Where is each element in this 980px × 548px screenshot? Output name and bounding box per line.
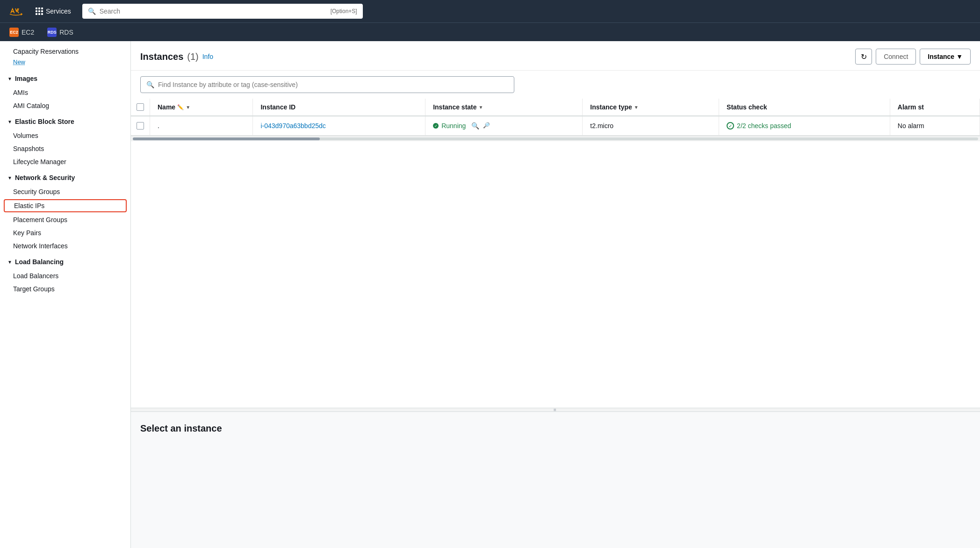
sidebar-section-header-images[interactable]: ▼ Images xyxy=(0,69,130,86)
col-checkbox xyxy=(131,99,150,116)
col-instance-type-header[interactable]: Instance type ▼ xyxy=(583,99,719,116)
select-all-checkbox[interactable] xyxy=(137,103,144,111)
instances-table-wrapper: Name ✏️ ▼ Instance ID Instance state ▼ xyxy=(131,99,980,408)
sidebar-item-snapshots[interactable]: Snapshots xyxy=(0,142,130,155)
sidebar-section-header-ebs[interactable]: ▼ Elastic Block Store xyxy=(0,112,130,129)
col-name-header[interactable]: Name ✏️ ▼ xyxy=(150,99,253,116)
zoom-in-icon[interactable]: 🔍 xyxy=(470,121,480,130)
ec2-tab-label: EC2 xyxy=(22,29,34,36)
rds-icon: RDS xyxy=(47,28,57,37)
lower-panel-content: Select an instance xyxy=(131,412,980,445)
sidebar-item-network-interfaces[interactable]: Network Interfaces xyxy=(0,239,130,252)
running-label: Running xyxy=(441,122,466,130)
panel-resize-handle[interactable]: ≡ xyxy=(131,408,980,412)
sidebar-section-images: ▼ Images AMIs AMI Catalog xyxy=(0,69,130,112)
sidebar-item-security-groups[interactable]: Security Groups xyxy=(0,185,130,198)
sidebar-item-amis[interactable]: AMIs xyxy=(0,86,130,99)
row-id-cell: i-043d970a63bbd25dc xyxy=(253,116,425,136)
instances-header: Instances (1) Info ↻ Connect Instance ▼ xyxy=(131,41,980,71)
sidebar-section-header-load-balancing[interactable]: ▼ Load Balancing xyxy=(0,252,130,269)
search-input[interactable] xyxy=(100,7,327,15)
sidebar: Capacity Reservations New ▼ Images AMIs … xyxy=(0,41,131,548)
instance-state-chevron: ▼ xyxy=(956,53,963,60)
name-edit-icon: ✏️ xyxy=(177,104,184,110)
search-bar[interactable]: 🔍 [Option+S] xyxy=(82,4,363,19)
col-alarm-status-header: Alarm st xyxy=(890,99,980,116)
aws-logo xyxy=(7,3,24,20)
checks-passed: ✓ 2/2 checks passed xyxy=(727,122,882,130)
top-nav: Services 🔍 [Option+S] xyxy=(0,0,980,22)
instance-state-label: Instance xyxy=(928,53,954,60)
ebs-section-label: Elastic Block Store xyxy=(15,118,74,125)
instance-id-link[interactable]: i-043d970a63bbd25dc xyxy=(260,122,325,130)
type-sort-icon[interactable]: ▼ xyxy=(634,105,639,110)
instance-type: t2.micro xyxy=(590,122,613,130)
sidebar-item-ami-catalog[interactable]: AMI Catalog xyxy=(0,99,130,112)
horizontal-scrollbar[interactable] xyxy=(131,136,980,141)
sidebar-item-placement-groups[interactable]: Placement Groups xyxy=(0,213,130,226)
sidebar-section-header-network[interactable]: ▼ Network & Security xyxy=(0,168,130,185)
row-type-cell: t2.micro xyxy=(583,116,719,136)
ec2-icon: EC2 xyxy=(9,28,19,37)
row-checkbox-cell xyxy=(131,116,150,136)
tab-ec2[interactable]: EC2 EC2 xyxy=(4,25,40,40)
sidebar-section-ebs: ▼ Elastic Block Store Volumes Snapshots … xyxy=(0,112,130,168)
header-actions: ↻ Connect Instance ▼ xyxy=(855,49,971,65)
row-alarm-cell: No alarm xyxy=(890,116,980,136)
instances-tbody: . i-043d970a63bbd25dc Running 🔍 xyxy=(131,116,980,136)
scroll-track xyxy=(133,137,978,140)
table-header: Name ✏️ ▼ Instance ID Instance state ▼ xyxy=(131,99,980,116)
check-circle-icon: ✓ xyxy=(727,122,734,130)
instance-state-button[interactable]: Instance ▼ xyxy=(920,49,971,65)
sidebar-item-target-groups[interactable]: Target Groups xyxy=(0,282,130,296)
sidebar-new-badge[interactable]: New xyxy=(0,58,33,69)
instance-name: . xyxy=(158,122,159,130)
filter-bar: 🔍 xyxy=(131,71,980,99)
zoom-icons: 🔍 🔎 xyxy=(470,121,491,130)
sidebar-item-load-balancers[interactable]: Load Balancers xyxy=(0,269,130,282)
network-section-label: Network & Security xyxy=(15,174,75,181)
instances-table: Name ✏️ ▼ Instance ID Instance state ▼ xyxy=(131,99,980,136)
refresh-button[interactable]: ↻ xyxy=(855,49,872,65)
col-instance-state-header[interactable]: Instance state ▼ xyxy=(425,99,583,116)
content-area: Instances (1) Info ↻ Connect Instance ▼ … xyxy=(131,41,980,548)
instances-title: Instances (1) Info xyxy=(140,51,213,62)
info-link[interactable]: Info xyxy=(202,53,213,60)
tab-rds[interactable]: RDS RDS xyxy=(42,25,79,40)
filter-input-wrapper: 🔍 xyxy=(140,76,514,93)
name-sort-icon[interactable]: ▼ xyxy=(186,105,190,110)
sidebar-item-lifecycle-manager[interactable]: Lifecycle Manager xyxy=(0,155,130,168)
alarm-status: No alarm xyxy=(898,122,924,130)
table-row[interactable]: . i-043d970a63bbd25dc Running 🔍 xyxy=(131,116,980,136)
instances-count: (1) xyxy=(187,51,198,62)
services-label: Services xyxy=(46,7,71,15)
rds-tab-label: RDS xyxy=(59,29,73,36)
services-button[interactable]: Services xyxy=(32,6,75,17)
instances-heading: Instances xyxy=(140,51,183,62)
zoom-out-icon[interactable]: 🔎 xyxy=(482,121,491,130)
sidebar-section-load-balancing: ▼ Load Balancing Load Balancers Target G… xyxy=(0,252,130,296)
sidebar-item-elastic-ips[interactable]: Elastic IPs xyxy=(4,199,127,212)
images-section-label: Images xyxy=(15,75,37,82)
row-status-check-cell: ✓ 2/2 checks passed xyxy=(719,116,890,136)
filter-input[interactable] xyxy=(158,81,508,88)
row-checkbox[interactable] xyxy=(137,122,144,130)
service-tabs: EC2 EC2 RDS RDS xyxy=(0,22,980,41)
filter-search-icon: 🔍 xyxy=(146,81,154,88)
status-running: Running 🔍 🔎 xyxy=(433,121,575,130)
row-state-cell: Running 🔍 🔎 xyxy=(425,116,583,136)
col-instance-id-header: Instance ID xyxy=(253,99,425,116)
grid-icon xyxy=(36,7,43,15)
select-instance-message: Select an instance xyxy=(140,423,971,434)
images-chevron-icon: ▼ xyxy=(7,76,12,81)
sidebar-item-capacity-reservations[interactable]: Capacity Reservations xyxy=(0,45,130,58)
sidebar-section-network-security: ▼ Network & Security Security Groups Ela… xyxy=(0,168,130,252)
sidebar-item-volumes[interactable]: Volumes xyxy=(0,129,130,142)
connect-button[interactable]: Connect xyxy=(876,49,916,65)
state-sort-icon[interactable]: ▼ xyxy=(479,105,483,110)
scroll-thumb[interactable] xyxy=(133,137,320,140)
sidebar-item-key-pairs[interactable]: Key Pairs xyxy=(0,226,130,239)
lower-panel: ≡ Select an instance xyxy=(131,408,980,548)
load-balancing-section-label: Load Balancing xyxy=(15,258,64,266)
search-icon: 🔍 xyxy=(88,7,96,15)
